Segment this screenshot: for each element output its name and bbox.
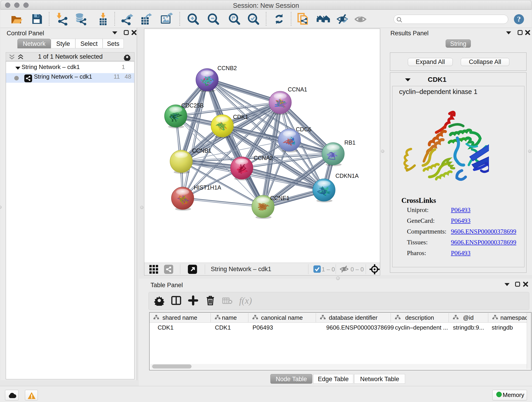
svg-text:CCNA1: CCNA1 <box>288 86 307 93</box>
svg-text:CCNA2: CCNA2 <box>254 155 273 161</box>
svg-text:?: ? <box>517 15 521 23</box>
svg-text:CDC6: CDC6 <box>296 126 311 133</box>
svg-text:CDC25B: CDC25B <box>181 102 204 109</box>
svg-text:CCNB2: CCNB2 <box>217 65 237 71</box>
svg-text:CCNE1: CCNE1 <box>270 195 290 201</box>
svg-text:CDK1: CDK1 <box>233 114 248 120</box>
svg-text:CCNB1: CCNB1 <box>192 147 211 154</box>
svg-text:RB1: RB1 <box>344 139 355 146</box>
svg-text:HIST1H1A: HIST1H1A <box>194 184 221 191</box>
svg-text:CDKN1A: CDKN1A <box>336 172 359 179</box>
